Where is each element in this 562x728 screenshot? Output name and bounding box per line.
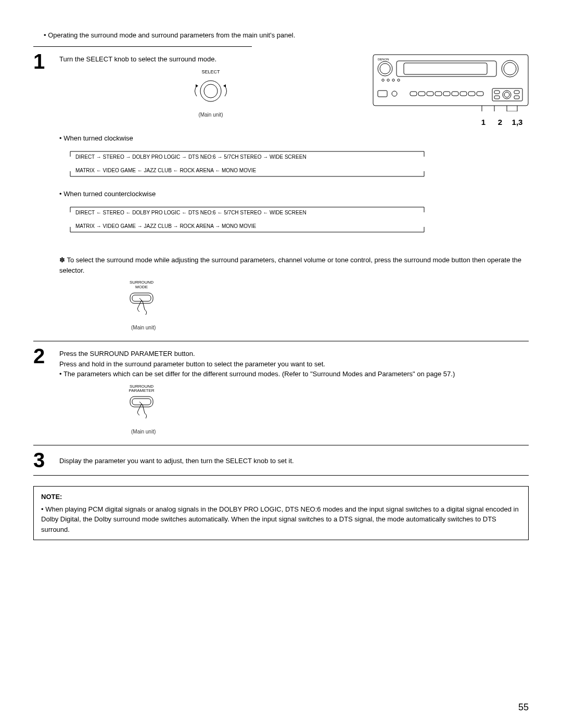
svg-point-9: [504, 62, 516, 75]
svg-text:DIRECT → STEREO → DOLBY PRO LO: DIRECT → STEREO → DOLBY PRO LOGIC → DTS …: [75, 154, 306, 160]
divider: [33, 445, 529, 445]
panel-callout-1: 1: [472, 117, 494, 129]
panel-callout-2: 2: [494, 117, 506, 129]
svg-rect-21: [452, 92, 458, 96]
step-number-2: 2: [33, 346, 59, 366]
ccw-heading: • When turned counterclockwise: [59, 189, 529, 199]
svg-rect-26: [494, 91, 500, 94]
step-1: 1 Turn the SELECT knob to select the sur…: [33, 51, 529, 337]
svg-rect-42: [130, 293, 153, 303]
surround-mode-button-icon: [127, 291, 158, 318]
note-body: • When playing PCM digital signals or an…: [41, 504, 521, 535]
surround-mode-button-figure: SURROUND MODE (Main unit): [127, 280, 529, 331]
surround-mode-label: SURROUND MODE: [127, 280, 156, 290]
svg-rect-22: [460, 92, 467, 96]
svg-point-8: [502, 60, 518, 77]
svg-point-29: [504, 92, 509, 97]
svg-point-1: [204, 84, 218, 98]
note-box: NOTE: • When playing PCM digital signals…: [33, 486, 529, 540]
step-3: 3 Display the parameter you want to adju…: [33, 450, 529, 471]
svg-rect-27: [494, 96, 500, 99]
select-knob-icon: [192, 76, 229, 106]
step-number-3: 3: [33, 450, 59, 470]
step-number-1: 1: [33, 51, 59, 72]
svg-rect-14: [378, 91, 387, 97]
svg-point-13: [398, 79, 400, 81]
note-title: NOTE:: [41, 492, 521, 502]
svg-rect-7: [404, 63, 487, 74]
step-2: 2 Press the SURROUND PARAMETER button. P…: [33, 346, 529, 441]
svg-rect-30: [514, 91, 519, 94]
svg-rect-31: [514, 96, 519, 99]
knob-label: SELECT: [59, 69, 362, 76]
parameter-caption: (Main unit): [131, 428, 529, 436]
svg-point-5: [380, 63, 390, 74]
svg-point-28: [503, 91, 511, 99]
svg-rect-16: [410, 92, 417, 96]
svg-text:DENON: DENON: [378, 58, 389, 61]
mode-caption: (Main unit): [131, 324, 529, 331]
svg-point-11: [387, 79, 389, 81]
svg-text:MATRIX → VIDEO GAME → JAZZ CLU: MATRIX → VIDEO GAME → JAZZ CLUB → ROCK A…: [75, 223, 256, 229]
svg-rect-19: [435, 92, 442, 96]
svg-point-12: [392, 79, 394, 81]
surround-parameter-button-icon: [127, 394, 158, 422]
svg-rect-17: [418, 92, 425, 96]
star-note: ✽ To select the surround mode while adju…: [59, 255, 529, 275]
svg-rect-44: [130, 397, 153, 407]
svg-point-15: [392, 91, 397, 96]
step3-text: Display the parameter you want to adjust…: [59, 453, 529, 471]
knob-caption: (Main unit): [59, 111, 362, 119]
divider: [33, 341, 529, 341]
page-number: 55: [518, 702, 529, 713]
svg-rect-23: [468, 92, 475, 96]
svg-point-0: [200, 81, 221, 101]
front-panel-diagram: DENON: [373, 54, 529, 128]
flow-ccw: DIRECT ← STEREO ← DOLBY PRO LOGIC ← DTS …: [60, 205, 435, 234]
svg-rect-24: [477, 92, 483, 96]
svg-rect-20: [443, 92, 450, 96]
cw-heading: • When turned clockwise: [59, 133, 529, 144]
step1-instruction: Turn the SELECT knob to select the surro…: [59, 54, 362, 65]
intro-text: • Operating the surround mode and surrou…: [44, 31, 529, 39]
flow-cw: DIRECT → STEREO → DOLBY PRO LOGIC → DTS …: [60, 149, 435, 178]
panel-callout-3: 1,3: [506, 117, 529, 129]
surround-parameter-button-figure: SURROUND PARAMETER (Main unit): [127, 385, 529, 436]
surround-parameter-label: SURROUND PARAMETER: [127, 385, 156, 394]
step2-line3: • The parameters which can be set differ…: [59, 369, 529, 379]
step2-line1: Press the SURROUND PARAMETER button.: [59, 349, 529, 359]
svg-point-10: [382, 79, 384, 81]
select-knob-figure: SELECT (Main unit): [59, 69, 362, 119]
divider: [33, 46, 252, 47]
svg-text:DIRECT ← STEREO ← DOLBY PRO LO: DIRECT ← STEREO ← DOLBY PRO LOGIC ← DTS …: [75, 210, 306, 215]
svg-rect-18: [427, 92, 433, 96]
divider: [33, 475, 529, 476]
svg-text:MATRIX ← VIDEO GAME ← JAZZ CLU: MATRIX ← VIDEO GAME ← JAZZ CLUB ← ROCK A…: [75, 168, 256, 173]
step2-line2: Press and hold in the surround parameter…: [59, 359, 529, 369]
